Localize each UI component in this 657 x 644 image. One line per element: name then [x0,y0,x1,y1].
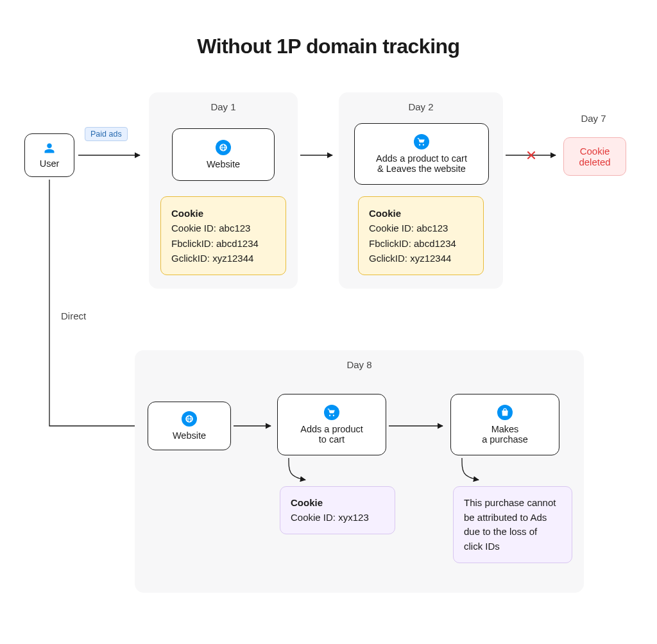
day2-heading: Day 2 [339,101,503,112]
arrow-day1-to-day2 [299,150,337,163]
day1-website-label: Website [207,159,240,169]
day8-website-card: Website [148,402,231,450]
globe-icon [216,140,231,155]
note-line: click IDs [464,539,561,554]
bag-icon [497,405,513,420]
cookie-deleted-line1: Cookie [573,146,617,157]
note-line: This purchase cannot [464,496,561,511]
day2-cart-card: Adds a product to cart & Leaves the webs… [354,123,489,185]
svg-line-4 [528,152,534,158]
x-icon [528,152,534,158]
page-title: Without 1P domain tracking [0,35,657,58]
globe-icon [182,411,197,427]
note-line: due to the loss of [464,525,561,539]
user-icon [44,142,55,156]
user-label: User [40,158,60,169]
cookie-deleted-box: Cookie deleted [563,137,626,176]
cookie-header: Cookie [369,206,473,221]
arrow-day2-to-day7 [504,146,562,165]
day8-purchase-line2: a purchase [482,434,528,445]
cookie-deleted-line2: deleted [573,157,617,167]
diagram-canvas: Without 1P domain tracking User Paid ads… [0,0,657,644]
day8-cart-card: Adds a product to cart [277,394,386,455]
arrow-user-to-day1 [76,150,146,163]
day1-heading: Day 1 [149,101,298,112]
day7-heading: Day 7 [565,113,622,124]
cookie-line: FbclickID: abcd1234 [171,236,275,251]
day8-website-label: Website [173,430,206,441]
day8-attribution-note: This purchase cannot be attributed to Ad… [453,486,572,563]
day8-heading: Day 8 [135,359,584,370]
day2-card-line2: & Leaves the website [377,164,466,174]
cookie-header: Cookie [291,496,384,511]
day1-cookie-box: Cookie Cookie ID: abc123 FbclickID: abcd… [160,196,286,275]
cookie-line: GclickID: xyz12344 [171,251,275,266]
day2-cookie-box: Cookie Cookie ID: abc123 FbclickID: abcd… [358,196,484,275]
direct-label: Direct [61,310,86,321]
day8-cookie-box: Cookie Cookie ID: xyx123 [280,486,395,534]
user-node: User [24,133,74,177]
day8-purchase-card: Makes a purchase [450,394,559,455]
cart-icon [324,405,339,420]
day1-website-card: Website [172,128,275,181]
cookie-line: Cookie ID: xyx123 [291,511,384,525]
day8-purchase-line1: Makes [491,424,519,434]
cookie-line: Cookie ID: abc123 [369,221,473,235]
note-line: be attributed to Ads [464,511,561,525]
day8-cart-line1: Adds a product [300,424,363,434]
day2-card-line1: Adds a product to cart [376,153,467,164]
day8-cart-line2: to cart [319,434,345,445]
paid-ads-badge: Paid ads [85,127,128,141]
svg-line-3 [528,152,534,158]
cookie-line: FbclickID: abcd1234 [369,236,473,251]
cart-icon [414,134,429,149]
cookie-line: Cookie ID: abc123 [171,221,275,235]
cookie-header: Cookie [171,206,275,221]
cookie-line: GclickID: xyz12344 [369,251,473,266]
